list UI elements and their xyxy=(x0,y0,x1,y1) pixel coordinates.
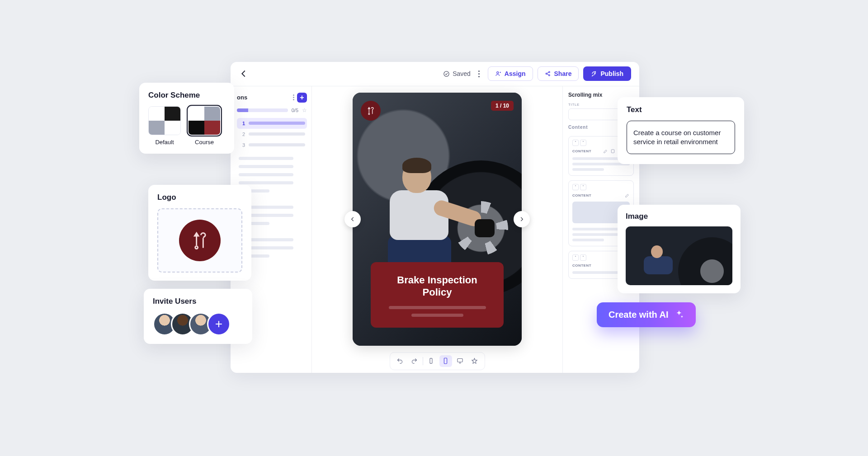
prev-slide-button[interactable] xyxy=(344,211,361,227)
outline-more-button[interactable] xyxy=(293,94,294,100)
ai-prompt-input[interactable]: Create a course on customer service in r… xyxy=(627,121,735,155)
device-mobile-button[interactable] xyxy=(439,355,452,367)
create-with-ai-label: Create with AI xyxy=(609,310,669,320)
svg-point-6 xyxy=(548,75,550,76)
color-scheme-course[interactable]: Course xyxy=(188,106,221,146)
more-menu-button[interactable] xyxy=(475,71,483,77)
undo-button[interactable] xyxy=(394,355,406,367)
svg-point-4 xyxy=(546,73,547,75)
svg-point-9 xyxy=(594,73,595,74)
outline-item-number: 3 xyxy=(239,142,245,148)
section-tag: CONTENT xyxy=(572,149,591,153)
device-preview-bar xyxy=(390,352,485,370)
svg-line-7 xyxy=(547,72,548,73)
page-indicator: 1 / 10 xyxy=(491,101,514,111)
outline-item-number: 2 xyxy=(239,132,245,137)
star-icon: ☆ xyxy=(302,107,307,113)
add-user-button[interactable]: + xyxy=(207,312,231,336)
outline-item-1[interactable]: 1 xyxy=(237,118,307,129)
create-with-ai-button[interactable]: Create with AI xyxy=(597,302,696,327)
back-button[interactable] xyxy=(239,69,249,79)
outline-progress: 0/5 ☆ xyxy=(237,107,307,113)
slide-title-line2: Policy xyxy=(423,287,452,298)
slide-title-card: Brake Inspection Policy xyxy=(371,262,504,328)
svg-rect-17 xyxy=(611,149,614,152)
course-logo-icon xyxy=(361,101,381,121)
editor-topbar: Saved Assign Share Publish xyxy=(231,62,639,86)
default-swatch xyxy=(148,106,181,135)
next-slide-button[interactable] xyxy=(514,211,530,227)
user-avatar-stack: + xyxy=(153,312,243,336)
ai-prompt-text: Create a course on customer service in r… xyxy=(633,129,721,146)
add-lesson-button[interactable]: + xyxy=(297,93,307,103)
device-mobile-small-button[interactable] xyxy=(425,355,438,367)
svg-rect-13 xyxy=(458,359,462,362)
image-thumbnail[interactable] xyxy=(626,226,732,285)
course-swatch-label: Course xyxy=(195,139,214,146)
logo-heading: Logo xyxy=(157,193,242,202)
reorder-handles[interactable]: ˄˅ xyxy=(572,254,586,261)
outline-item-number: 1 xyxy=(239,121,245,126)
share-button[interactable]: Share xyxy=(538,66,579,81)
reorder-handles[interactable]: ˄˅ xyxy=(572,140,586,146)
logo-card: Logo xyxy=(148,185,251,281)
share-label: Share xyxy=(554,70,572,77)
color-scheme-card: Color Scheme Default Course xyxy=(139,83,234,154)
favorite-button[interactable] xyxy=(468,355,481,367)
assign-button[interactable]: Assign xyxy=(488,66,533,81)
section-tag: CONTENT xyxy=(572,263,591,268)
section-tag: CONTENT xyxy=(572,193,591,197)
default-swatch-label: Default xyxy=(155,139,174,146)
svg-rect-11 xyxy=(430,358,432,363)
invite-users-card: Invite Users + xyxy=(144,289,252,344)
svg-marker-16 xyxy=(472,358,477,363)
logo-preview-icon xyxy=(179,220,221,261)
logo-dropzone[interactable] xyxy=(157,208,242,273)
progress-count: 0/5 xyxy=(292,108,298,113)
course-editor-window: Saved Assign Share Publish xyxy=(231,62,639,373)
invite-heading: Invite Users xyxy=(153,297,243,306)
saved-status: Saved xyxy=(443,70,471,77)
svg-line-8 xyxy=(547,74,548,75)
slide-canvas: 1 / 10 Brake Inspection Policy xyxy=(312,86,562,373)
text-card: Text Create a course on customer service… xyxy=(618,97,744,165)
device-desktop-button[interactable] xyxy=(454,355,467,367)
redo-button[interactable] xyxy=(408,355,421,367)
slide-preview[interactable]: 1 / 10 Brake Inspection Policy xyxy=(353,93,522,346)
publish-button[interactable]: Publish xyxy=(583,66,631,81)
outline-item-3[interactable]: 3 xyxy=(237,140,307,150)
svg-point-1 xyxy=(497,72,499,74)
saved-label: Saved xyxy=(453,70,471,77)
svg-point-0 xyxy=(444,71,449,76)
section-action-icons[interactable] xyxy=(625,193,630,198)
outline-heading: ons xyxy=(237,94,247,101)
outline-item-2[interactable]: 2 xyxy=(237,129,307,140)
svg-point-21 xyxy=(195,246,198,249)
publish-label: Publish xyxy=(600,70,623,77)
slide-title-line1: Brake Inspection xyxy=(397,274,477,286)
course-swatch xyxy=(188,106,221,135)
color-scheme-default[interactable]: Default xyxy=(148,106,181,146)
image-heading: Image xyxy=(626,212,732,221)
separator xyxy=(423,357,423,365)
svg-rect-12 xyxy=(444,358,447,364)
reorder-handles[interactable]: ˄˅ xyxy=(572,184,586,190)
image-card: Image xyxy=(618,205,741,293)
color-scheme-heading: Color Scheme xyxy=(148,91,225,100)
svg-point-5 xyxy=(548,71,550,73)
text-heading: Text xyxy=(627,105,735,114)
svg-point-10 xyxy=(368,113,370,115)
assign-label: Assign xyxy=(505,70,526,77)
